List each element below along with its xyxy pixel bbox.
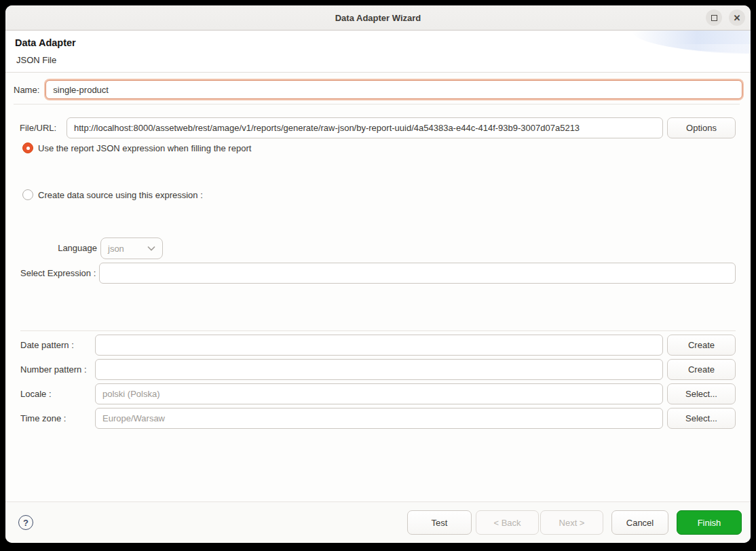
select-expression-label: Select Expression : bbox=[20, 268, 99, 278]
close-icon: ✕ bbox=[734, 13, 741, 23]
date-pattern-create-button[interactable]: Create bbox=[667, 335, 736, 356]
back-button[interactable]: < Back bbox=[476, 510, 539, 535]
time-zone-input[interactable] bbox=[95, 408, 663, 429]
time-zone-label: Time zone : bbox=[20, 413, 95, 423]
data-adapter-wizard-dialog: Data Adapter Wizard ✕ Data Adapter JSON … bbox=[5, 5, 751, 543]
locale-input[interactable] bbox=[95, 383, 663, 404]
finish-button[interactable]: Finish bbox=[677, 510, 742, 535]
radio-create-data-source[interactable] bbox=[22, 189, 33, 200]
page-subtitle: JSON File bbox=[16, 55, 56, 65]
language-dropdown[interactable]: json bbox=[100, 238, 163, 259]
name-label: Name: bbox=[14, 85, 39, 95]
time-zone-select-button[interactable]: Select... bbox=[667, 408, 736, 429]
window-title: Data Adapter Wizard bbox=[335, 13, 421, 23]
chevron-down-icon bbox=[147, 246, 155, 251]
locale-label: Locale : bbox=[20, 389, 95, 399]
date-pattern-label: Date pattern : bbox=[20, 340, 95, 350]
file-url-label: File/URL: bbox=[20, 123, 67, 133]
language-label: Language bbox=[54, 243, 97, 253]
maximize-button[interactable] bbox=[706, 10, 722, 26]
radio-use-report-expression-label: Use the report JSON expression when fill… bbox=[38, 143, 251, 153]
name-input[interactable] bbox=[45, 80, 742, 99]
radio-row-create-data-source[interactable]: Create data source using this expression… bbox=[22, 189, 203, 200]
date-pattern-input[interactable] bbox=[95, 335, 663, 356]
next-button[interactable]: Next > bbox=[540, 510, 603, 535]
number-pattern-label: Number pattern : bbox=[20, 364, 95, 375]
radio-use-report-expression[interactable] bbox=[22, 142, 33, 153]
select-expression-input[interactable] bbox=[99, 263, 736, 284]
wizard-banner: Data Adapter JSON File bbox=[5, 31, 751, 73]
language-dropdown-value: json bbox=[108, 244, 147, 254]
locale-select-button[interactable]: Select... bbox=[667, 383, 736, 404]
test-button[interactable]: Test bbox=[407, 510, 472, 535]
close-button[interactable]: ✕ bbox=[729, 10, 745, 26]
number-pattern-create-button[interactable]: Create bbox=[667, 359, 736, 380]
page-title: Data Adapter bbox=[15, 37, 76, 48]
help-icon: ? bbox=[23, 518, 29, 528]
banner-swoosh-decoration-2 bbox=[669, 44, 751, 54]
options-button[interactable]: Options bbox=[667, 117, 736, 138]
number-pattern-input[interactable] bbox=[95, 359, 663, 380]
cancel-button[interactable]: Cancel bbox=[611, 510, 668, 535]
radio-create-data-source-label: Create data source using this expression… bbox=[38, 190, 203, 200]
radio-row-use-report-expression[interactable]: Use the report JSON expression when fill… bbox=[22, 142, 251, 153]
dialog-footer: ? Test < Back Next > Cancel Finish bbox=[5, 501, 751, 543]
help-button[interactable]: ? bbox=[18, 515, 33, 530]
separator bbox=[20, 330, 736, 331]
separator bbox=[14, 104, 740, 104]
maximize-icon bbox=[711, 15, 717, 21]
file-url-input[interactable] bbox=[67, 117, 663, 138]
titlebar[interactable]: Data Adapter Wizard ✕ bbox=[5, 5, 751, 31]
